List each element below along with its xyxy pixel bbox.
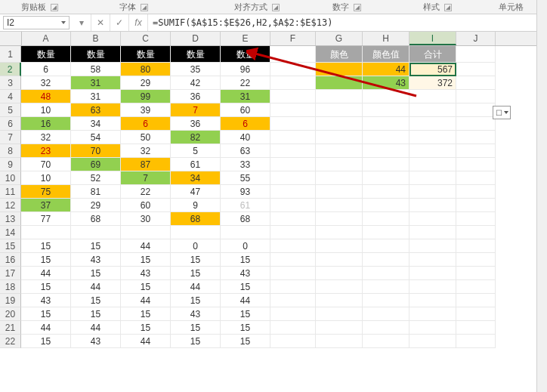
name-box[interactable]: I2: [3, 16, 70, 29]
cell-E6[interactable]: 6: [221, 117, 270, 131]
cell-E9[interactable]: 33: [221, 158, 270, 171]
cell-I14[interactable]: [409, 226, 456, 239]
cell-H2[interactable]: 44: [363, 63, 409, 76]
cell-D16[interactable]: 15: [171, 253, 221, 267]
alignment-launcher-icon[interactable]: [272, 4, 280, 11]
cell-B1[interactable]: 数量: [71, 46, 121, 63]
cell-G8[interactable]: [316, 144, 363, 158]
cell-J19[interactable]: [456, 294, 496, 307]
cell-E4[interactable]: 31: [221, 90, 270, 103]
insert-function-button[interactable]: fx: [129, 14, 148, 31]
row-header-8[interactable]: 8: [0, 144, 21, 158]
enter-formula-button[interactable]: ✓: [110, 14, 129, 31]
row-header-22[interactable]: 22: [0, 335, 21, 348]
cell-C16[interactable]: 15: [121, 253, 171, 267]
cell-I16[interactable]: [409, 253, 456, 267]
cell-J4[interactable]: [456, 90, 496, 103]
cell-F2[interactable]: [270, 63, 316, 76]
cell-E1[interactable]: 数量: [221, 46, 270, 63]
cell-E14[interactable]: [221, 226, 270, 239]
cell-H13[interactable]: [363, 212, 409, 226]
font-launcher-icon[interactable]: [141, 4, 148, 11]
cell-F13[interactable]: [270, 212, 316, 226]
cell-D8[interactable]: 5: [171, 144, 221, 158]
cell-B8[interactable]: 70: [71, 144, 121, 158]
cell-J1[interactable]: [456, 46, 496, 63]
cell-I1[interactable]: 合计: [409, 46, 456, 63]
col-header-D[interactable]: D: [171, 32, 221, 45]
cell-H3[interactable]: 43: [363, 76, 409, 90]
row-header-5[interactable]: 5: [0, 103, 21, 117]
cell-C18[interactable]: 15: [121, 280, 171, 294]
row-header-16[interactable]: 16: [0, 253, 21, 267]
cell-C19[interactable]: 44: [121, 294, 171, 307]
cell-F9[interactable]: [270, 158, 316, 171]
cell-J16[interactable]: [456, 253, 496, 267]
row-header-21[interactable]: 21: [0, 321, 21, 335]
cell-B15[interactable]: 15: [71, 239, 121, 253]
col-header-C[interactable]: C: [121, 32, 171, 45]
row-header-7[interactable]: 7: [0, 131, 21, 144]
cell-C3[interactable]: 29: [121, 76, 171, 90]
col-header-B[interactable]: B: [71, 32, 121, 45]
cell-E7[interactable]: 40: [221, 131, 270, 144]
cell-G22[interactable]: [316, 335, 363, 348]
number-launcher-icon[interactable]: [354, 4, 361, 11]
cell-D12[interactable]: 9: [171, 199, 221, 212]
cell-B14[interactable]: [71, 226, 121, 239]
cell-E10[interactable]: 55: [221, 171, 270, 185]
cell-C7[interactable]: 50: [121, 131, 171, 144]
cell-C4[interactable]: 99: [121, 90, 171, 103]
cell-D21[interactable]: 15: [171, 321, 221, 335]
cell-F7[interactable]: [270, 131, 316, 144]
cell-C8[interactable]: 32: [121, 144, 171, 158]
cell-I5[interactable]: [409, 103, 456, 117]
cell-J5[interactable]: [456, 103, 496, 117]
cell-G3[interactable]: [316, 76, 363, 90]
cell-F18[interactable]: [270, 280, 316, 294]
row-header-3[interactable]: 3: [0, 76, 21, 90]
cell-B20[interactable]: 15: [71, 307, 121, 321]
cell-B10[interactable]: 52: [71, 171, 121, 185]
row-header-6[interactable]: 6: [0, 117, 21, 131]
paste-options-smarttag[interactable]: ☐: [493, 106, 511, 119]
row-header-4[interactable]: 4: [0, 90, 21, 103]
cell-B9[interactable]: 69: [71, 158, 121, 171]
row-header-18[interactable]: 18: [0, 280, 21, 294]
cell-A4[interactable]: 48: [21, 90, 71, 103]
row-header-15[interactable]: 15: [0, 239, 21, 253]
cell-C14[interactable]: [121, 226, 171, 239]
cell-H10[interactable]: [363, 171, 409, 185]
cell-I17[interactable]: [409, 267, 456, 280]
cell-J14[interactable]: [456, 226, 496, 239]
cell-I20[interactable]: [409, 307, 456, 321]
row-header-1[interactable]: 1: [0, 46, 21, 63]
cell-J10[interactable]: [456, 171, 496, 185]
cell-F20[interactable]: [270, 307, 316, 321]
cell-B6[interactable]: 34: [71, 117, 121, 131]
cell-J6[interactable]: [456, 117, 496, 131]
cell-I18[interactable]: [409, 280, 456, 294]
cell-A15[interactable]: 15: [21, 239, 71, 253]
cell-D5[interactable]: 7: [171, 103, 221, 117]
cell-E8[interactable]: 63: [221, 144, 270, 158]
cell-H5[interactable]: [363, 103, 409, 117]
cell-J8[interactable]: [456, 144, 496, 158]
cell-I15[interactable]: [409, 239, 456, 253]
cell-F11[interactable]: [270, 185, 316, 199]
cell-H17[interactable]: [363, 267, 409, 280]
cell-E19[interactable]: 44: [221, 294, 270, 307]
cell-C21[interactable]: 15: [121, 321, 171, 335]
cell-B19[interactable]: 15: [71, 294, 121, 307]
row-header-11[interactable]: 11: [0, 185, 21, 199]
cell-D15[interactable]: 0: [171, 239, 221, 253]
cell-H22[interactable]: [363, 335, 409, 348]
cell-H12[interactable]: [363, 199, 409, 212]
cell-J11[interactable]: [456, 185, 496, 199]
cell-D3[interactable]: 42: [171, 76, 221, 90]
cell-G13[interactable]: [316, 212, 363, 226]
cell-I9[interactable]: [409, 158, 456, 171]
cell-H20[interactable]: [363, 307, 409, 321]
formula-input[interactable]: [148, 14, 547, 31]
cell-J3[interactable]: [456, 76, 496, 90]
